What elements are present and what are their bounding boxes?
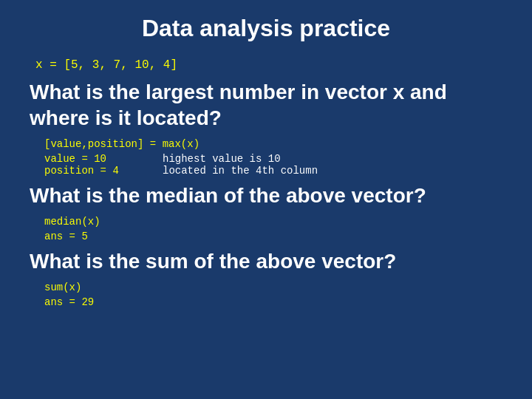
section-sum: What is the sum of the above vector? sum… — [30, 248, 502, 308]
slide-title: Data analysis practice — [30, 15, 502, 45]
output-position-line: position = 4 — [44, 165, 163, 177]
output-max-left: value = 10 position = 4 — [44, 153, 163, 177]
output-value-line: value = 10 — [44, 153, 163, 165]
output-max-table: value = 10 position = 4 highest value is… — [44, 153, 502, 177]
code-sum-call: sum(x) — [44, 282, 502, 293]
code-median-call: median(x) — [44, 216, 502, 228]
answer-median: median(x) ans = 5 — [44, 216, 502, 242]
question-max: What is the largest number in vector x a… — [30, 79, 502, 131]
section-median: What is the median of the above vector? … — [30, 183, 502, 242]
section-max: What is the largest number in vector x a… — [30, 79, 502, 177]
code-sum-ans: ans = 29 — [44, 296, 502, 308]
code-variable-assignment: x = [5, 3, 7, 10, 4] — [35, 58, 502, 72]
code-max-call: [value,position] = max(x) — [44, 138, 502, 150]
section-variable: x = [5, 3, 7, 10, 4] — [30, 58, 502, 72]
output-located-text: located in the 4th column — [163, 165, 318, 177]
code-median-ans: ans = 5 — [44, 231, 502, 242]
slide: Data analysis practice x = [5, 3, 7, 10,… — [0, 0, 532, 399]
output-max-right: highest value is 10 located in the 4th c… — [163, 153, 318, 177]
answer-max: [value,position] = max(x) value = 10 pos… — [44, 138, 502, 177]
output-highest-value-text: highest value is 10 — [163, 153, 318, 165]
question-median: What is the median of the above vector? — [30, 183, 502, 208]
question-sum: What is the sum of the above vector? — [30, 248, 502, 274]
answer-sum: sum(x) ans = 29 — [44, 282, 502, 308]
